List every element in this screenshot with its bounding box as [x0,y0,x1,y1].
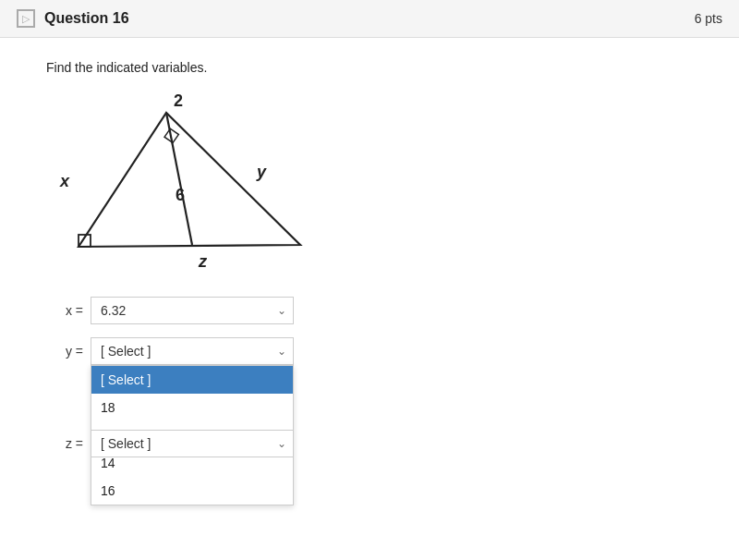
dropdown-option-16[interactable]: 16 [91,477,293,505]
triangle-svg: x y z 2 6 [46,90,342,274]
y-answer-row: y = [ Select ] 18 12 14 16 ⌄ [ Select ] … [46,337,711,365]
label-2: 2 [174,91,183,110]
x-answer-row: x = 6.32 ⌄ [46,297,711,324]
z-label: z = [46,436,83,451]
label-z: z [198,252,208,271]
question-body: Find the indicated variables. [0,38,739,560]
dropdown-option-select[interactable]: [ Select ] [91,366,293,394]
x-select[interactable]: 6.32 [91,297,294,324]
header-left: ▷ Question 16 [17,9,129,28]
instructions: Find the indicated variables. [46,60,711,75]
y-select-wrapper: [ Select ] 18 12 14 16 ⌄ [ Select ] 18 1… [91,337,294,365]
diagram: x y z 2 6 [46,90,342,274]
dropdown-option-18[interactable]: 18 [91,394,293,421]
question-title: Question 16 [44,10,129,27]
page: ▷ Question 16 6 pts Find the indicated v… [0,0,739,560]
z-answer-row: z = [ Select ] ⌄ [46,430,711,457]
question-icon: ▷ [17,9,35,28]
label-y: y [256,163,267,181]
label-6: 6 [176,186,185,204]
y-label: y = [46,344,83,359]
question-header: ▷ Question 16 6 pts [0,0,739,38]
question-pts: 6 pts [695,11,722,26]
label-x: x [59,172,70,190]
x-select-wrapper: 6.32 ⌄ [91,297,294,324]
x-label: x = [46,303,83,318]
z-select[interactable]: [ Select ] [91,430,294,457]
z-select-wrapper: [ Select ] ⌄ [91,430,294,457]
altitude-line [166,113,192,245]
y-select[interactable]: [ Select ] 18 12 14 16 [91,337,294,365]
